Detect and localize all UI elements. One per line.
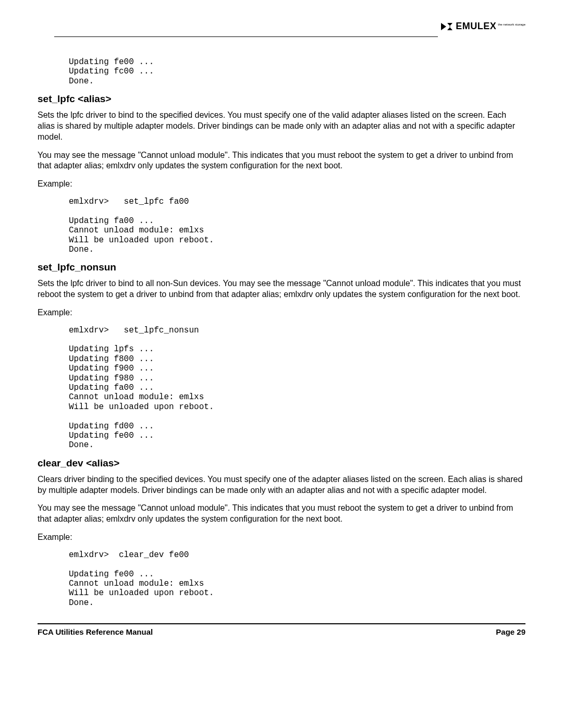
code-block-set-lpfc-nonsun: emlxdrv> set_lpfc_nonsun Updating lpfs .… — [69, 326, 525, 450]
example-label: Example: — [38, 307, 525, 318]
brand-name: EMULEXthe network storage — [456, 21, 525, 32]
paragraph: Sets the lpfc driver to bind to all non-… — [38, 278, 525, 300]
footer-right: Page 29 — [496, 627, 525, 636]
footer-rule — [38, 623, 525, 624]
header-rule — [54, 36, 438, 37]
paragraph: You may see the message "Cannot unload m… — [38, 150, 525, 172]
code-block-set-lpfc: emlxdrv> set_lpfc fa00 Updating fa00 ...… — [69, 197, 525, 254]
brand-sub: the network storage — [498, 23, 525, 26]
paragraph: Sets the lpfc driver to bind to the spec… — [38, 110, 525, 142]
brand-logo-icon — [440, 22, 454, 31]
section-heading-set-lpfc-nonsun: set_lpfc_nonsun — [38, 262, 525, 273]
example-label: Example: — [38, 532, 525, 543]
footer: FCA Utilities Reference Manual Page 29 — [38, 627, 525, 636]
brand-header: EMULEXthe network storage — [440, 21, 525, 32]
paragraph: You may see the message "Cannot unload m… — [38, 503, 525, 525]
section-heading-set-lpfc: set_lpfc <alias> — [38, 93, 525, 105]
page: EMULEXthe network storage Updating fe00 … — [0, 0, 563, 728]
section-heading-clear-dev: clear_dev <alias> — [38, 458, 525, 469]
footer-left: FCA Utilities Reference Manual — [38, 627, 153, 636]
code-block-clear-dev: emlxdrv> clear_dev fe00 Updating fe00 ..… — [69, 550, 525, 608]
example-label: Example: — [38, 179, 525, 190]
paragraph: Clears driver binding to the specified d… — [38, 474, 525, 496]
content: Updating fe00 ... Updating fc00 ... Done… — [38, 57, 525, 636]
intro-code-block: Updating fe00 ... Updating fc00 ... Done… — [69, 57, 525, 86]
